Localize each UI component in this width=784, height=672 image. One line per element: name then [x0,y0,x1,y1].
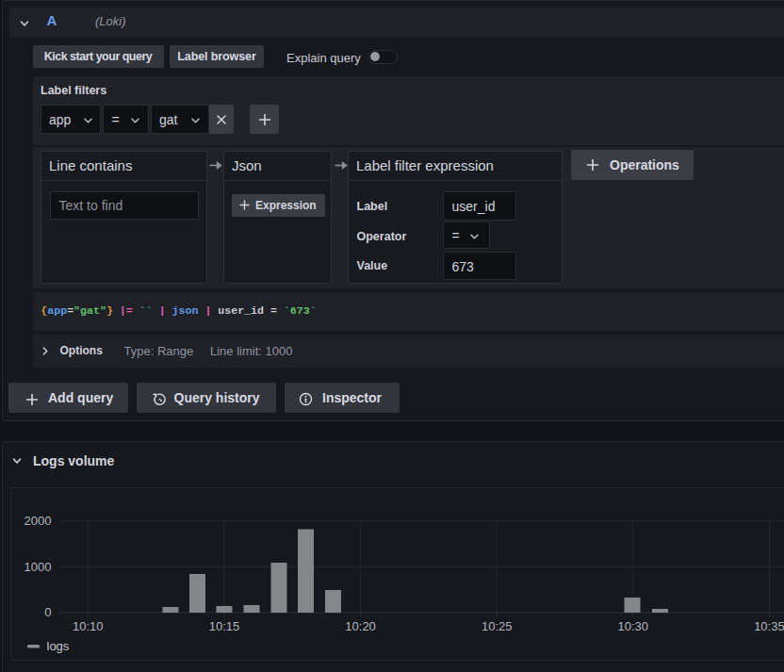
svg-text:10:25: 10:25 [482,619,513,633]
svg-text:logs: logs [47,639,70,653]
svg-text:2000: 2000 [24,514,52,528]
svg-text:1000: 1000 [24,560,52,574]
svg-text:0: 0 [44,605,51,619]
svg-text:10:35: 10:35 [754,619,784,633]
svg-text:10:10: 10:10 [73,619,104,633]
svg-text:10:20: 10:20 [345,619,376,633]
svg-text:10:15: 10:15 [209,619,240,633]
svg-text:10:30: 10:30 [618,619,649,633]
